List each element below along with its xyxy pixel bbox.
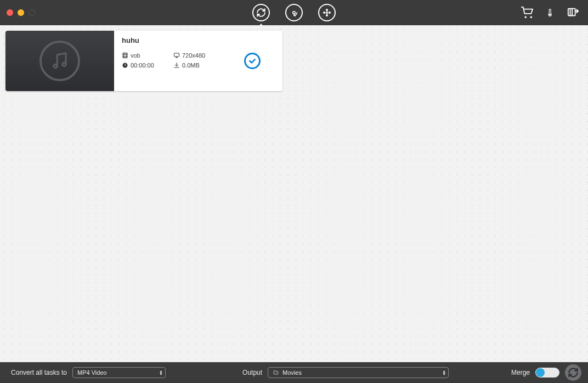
minimize-window-button[interactable] [18, 9, 24, 16]
checkmark-icon [248, 57, 257, 65]
thermometer-icon [546, 6, 554, 19]
window-controls [0, 9, 35, 16]
svg-point-1 [326, 12, 328, 14]
download-icon [173, 62, 180, 69]
store-button[interactable] [520, 7, 534, 19]
toggle-knob [536, 368, 545, 377]
svg-point-2 [326, 9, 327, 10]
task-title: huhu [122, 36, 275, 44]
select-stepper-icon: ▲▼ [442, 370, 446, 375]
disc-mode-button[interactable] [285, 4, 303, 21]
output-path-label: Output [242, 369, 262, 376]
convert-mode-button[interactable] [252, 4, 270, 21]
svg-point-4 [324, 12, 325, 13]
movie-mode-button[interactable] [318, 4, 336, 21]
output-format-select[interactable]: MP4 Video ▲▼ [72, 367, 166, 378]
task-size-value: 0.0MB [182, 62, 200, 69]
svg-point-8 [550, 14, 551, 15]
music-note-icon [39, 41, 80, 81]
convert-icon [568, 367, 579, 378]
media-collection-icon [566, 7, 580, 19]
file-format-icon [122, 52, 128, 59]
task-format-value: vob [131, 52, 140, 59]
task-resolution-value: 720x480 [182, 52, 205, 59]
task-duration-value: 00:00:00 [131, 62, 154, 69]
start-convert-button[interactable] [565, 364, 581, 381]
svg-point-3 [326, 15, 327, 16]
task-list-area: huhu vob 720x480 [0, 25, 588, 362]
task-format: vob [122, 52, 171, 59]
shopping-cart-icon [520, 7, 534, 19]
clock-icon [122, 62, 128, 69]
output-path-select[interactable]: Movies ▲▼ [268, 367, 449, 378]
folder-icon [273, 370, 279, 375]
toolbar-right [520, 6, 588, 19]
task-selected-toggle[interactable] [244, 53, 261, 69]
output-path-value: Movies [282, 369, 302, 376]
svg-rect-13 [174, 53, 179, 57]
merge-label: Merge [511, 369, 530, 376]
performance-button[interactable] [546, 6, 554, 19]
disc-arrow-icon [289, 8, 299, 18]
svg-rect-12 [123, 53, 127, 58]
svg-point-11 [63, 63, 66, 66]
task-details: huhu vob 720x480 [114, 31, 282, 91]
sync-arrows-icon [256, 8, 266, 18]
task-resolution: 720x480 [173, 52, 228, 59]
svg-point-6 [525, 16, 526, 18]
svg-point-0 [293, 12, 296, 14]
task-card[interactable]: huhu vob 720x480 [5, 31, 282, 91]
output-format-value: MP4 Video [77, 369, 107, 376]
convert-all-label: Convert all tasks to [11, 369, 67, 376]
svg-point-10 [54, 64, 57, 67]
task-thumbnail [5, 31, 114, 91]
task-size: 0.0MB [173, 62, 228, 69]
svg-point-7 [530, 16, 532, 18]
close-window-button[interactable] [7, 9, 13, 16]
zoom-window-button[interactable] [29, 9, 35, 16]
titlebar [0, 0, 588, 25]
svg-point-5 [329, 12, 330, 13]
film-reel-icon [322, 8, 332, 18]
mode-switcher [252, 0, 336, 25]
bottom-bar: Convert all tasks to MP4 Video ▲▼ Output… [0, 362, 588, 383]
monitor-icon [173, 52, 180, 59]
select-stepper-icon: ▲▼ [159, 370, 163, 375]
task-duration: 00:00:00 [122, 62, 171, 69]
media-library-button[interactable] [566, 7, 580, 19]
merge-toggle[interactable] [535, 368, 559, 378]
